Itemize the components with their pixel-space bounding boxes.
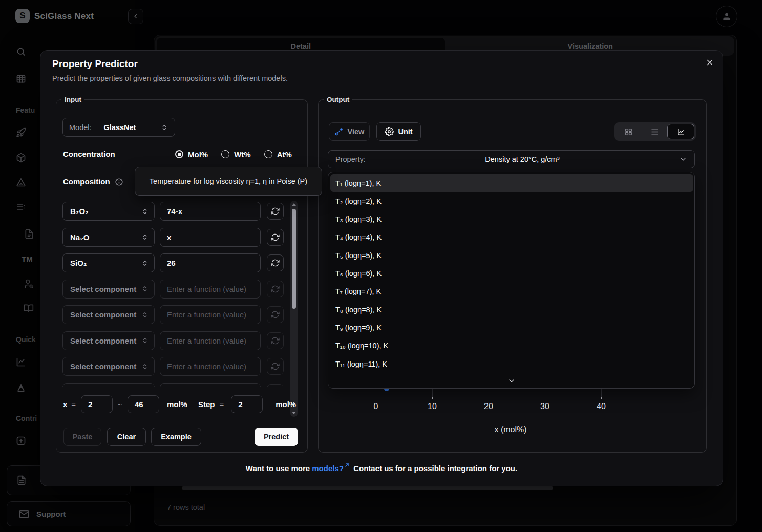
- component-value-input[interactable]: Enter a function (value): [160, 331, 261, 350]
- app-root: S SciGlass Next Featu TM Quick Contri Su…: [0, 0, 762, 532]
- radio-circle[interactable]: [221, 150, 229, 158]
- x-var-label: x: [63, 400, 67, 409]
- property-option[interactable]: T₄ (logη=4), K: [330, 228, 693, 246]
- input-group: Input Model: GlassNet Concentration Mol%…: [56, 96, 308, 453]
- component-select[interactable]: Select component: [62, 357, 155, 376]
- composition-row: Select componentEnter a function (value): [62, 331, 284, 350]
- component-value-input[interactable]: Enter a function (value): [160, 383, 261, 387]
- concentration-label: Concentration: [63, 150, 115, 158]
- component-value-input[interactable]: 74-x: [160, 202, 261, 221]
- property-option[interactable]: T₉ (logη=9), K: [330, 318, 693, 336]
- property-option[interactable]: T₅ (logη=5), K: [330, 246, 693, 264]
- grid-view-toggle[interactable]: [616, 124, 642, 139]
- composition-row: B₂O₂74-x: [62, 202, 284, 221]
- property-value: Density at 20°C, g/cm³: [366, 155, 679, 163]
- example-button[interactable]: Example: [151, 428, 201, 446]
- component-select[interactable]: B₂O₂: [62, 202, 155, 221]
- component-select[interactable]: Select component: [62, 331, 155, 350]
- refresh-button[interactable]: [267, 306, 284, 323]
- refresh-button[interactable]: [267, 203, 284, 220]
- refresh-button[interactable]: [267, 254, 284, 271]
- component-select[interactable]: Select component: [62, 383, 155, 387]
- radio-label: Wt%: [234, 150, 251, 159]
- refresh-button[interactable]: [267, 384, 284, 387]
- rows-icon: [650, 127, 659, 136]
- modal-footer: Want to use more models? Contact us for …: [40, 462, 723, 473]
- refresh-icon: [271, 233, 280, 242]
- refresh-icon: [271, 259, 280, 267]
- list-view-toggle[interactable]: [642, 124, 668, 139]
- component-select[interactable]: Select component: [62, 305, 155, 324]
- unit-button[interactable]: Unit: [376, 122, 421, 141]
- radio-circle[interactable]: [175, 150, 183, 158]
- component-value-input[interactable]: x: [160, 228, 261, 247]
- composition-tooltip: Temperature for log viscosity η=1, η in …: [135, 167, 322, 196]
- refresh-button[interactable]: [267, 358, 284, 375]
- property-option[interactable]: T₁₁ (logη=11), K: [330, 355, 693, 373]
- model-label: Model:: [69, 123, 92, 132]
- scrollbar-thumb[interactable]: [292, 209, 296, 309]
- property-option[interactable]: T₇ (logη=7), K: [330, 283, 693, 301]
- chart-tick-label: 0: [366, 402, 386, 411]
- paste-button[interactable]: Paste: [64, 428, 101, 446]
- radio-at[interactable]: At%: [264, 150, 292, 159]
- composition-rows: B₂O₂74-xNa₂OxSiO₂26Select componentEnter…: [62, 201, 284, 387]
- component-select[interactable]: SiO₂: [62, 253, 155, 272]
- step-input[interactable]: 2: [231, 395, 263, 413]
- scroll-up-arrow[interactable]: [292, 203, 296, 206]
- x-from-input[interactable]: 2: [81, 395, 113, 413]
- component-name: B₂O₂: [70, 207, 141, 216]
- chart-view-toggle[interactable]: [667, 124, 694, 139]
- chevrons-up-down-icon: [141, 207, 149, 216]
- refresh-icon: [271, 362, 280, 371]
- property-predictor-modal: Property Predictor Predict the propertie…: [40, 50, 723, 486]
- dropdown-more-chevron-icon[interactable]: [506, 377, 517, 385]
- property-option[interactable]: T₆ (logη=6), K: [330, 265, 693, 283]
- component-value-input[interactable]: Enter a function (value): [160, 357, 261, 376]
- chevrons-up-down-icon: [141, 336, 149, 345]
- property-option[interactable]: T₁₀ (logη=10), K: [330, 337, 693, 355]
- property-select[interactable]: Property: Density at 20°C, g/cm³: [328, 150, 695, 168]
- property-option[interactable]: T₈ (logη=8), K: [330, 301, 693, 318]
- radio-mol[interactable]: Mol%: [175, 150, 208, 159]
- unit-button-label: Unit: [398, 127, 412, 136]
- refresh-icon: [271, 207, 280, 216]
- chevrons-up-down-icon: [160, 123, 168, 132]
- composition-scrollbar[interactable]: [290, 201, 298, 417]
- clear-button[interactable]: Clear: [107, 428, 146, 446]
- radio-wt[interactable]: Wt%: [221, 150, 251, 159]
- models-link[interactable]: models?: [312, 464, 344, 473]
- composition-row: Na₂Ox: [62, 228, 284, 247]
- component-name: Select component: [70, 336, 141, 345]
- model-select[interactable]: Model: GlassNet: [62, 118, 175, 137]
- refresh-button[interactable]: [267, 281, 284, 297]
- output-legend: Output: [324, 96, 352, 103]
- refresh-button[interactable]: [267, 229, 284, 246]
- chevrons-up-down-icon: [141, 259, 149, 267]
- equals-sign: =: [71, 400, 76, 409]
- external-link-icon: [344, 462, 350, 468]
- property-option[interactable]: T₁ (logη=1), K: [330, 174, 693, 192]
- concentration-radios: Mol%Wt%At%: [175, 148, 292, 160]
- component-value-input[interactable]: 26: [160, 253, 261, 272]
- x-to-input[interactable]: 46: [128, 395, 159, 413]
- close-button[interactable]: [702, 55, 717, 70]
- info-icon[interactable]: [115, 178, 123, 186]
- predict-button[interactable]: Predict: [255, 428, 298, 446]
- component-select[interactable]: Select component: [62, 280, 155, 299]
- unit-label: mol%: [167, 400, 187, 409]
- component-value-input[interactable]: Enter a function (value): [160, 305, 261, 324]
- chart-tick-label: 10: [422, 402, 442, 411]
- property-option[interactable]: T₂ (logη=2), K: [330, 192, 693, 210]
- component-value-input[interactable]: Enter a function (value): [160, 280, 261, 299]
- view-button[interactable]: View: [329, 122, 370, 141]
- component-select[interactable]: Na₂O: [62, 228, 155, 247]
- view-button-label: View: [348, 127, 365, 136]
- step-unit-label: mol%: [276, 400, 296, 409]
- refresh-icon: [271, 285, 280, 293]
- close-icon: [705, 58, 714, 67]
- radio-circle[interactable]: [264, 150, 272, 158]
- refresh-button[interactable]: [267, 332, 284, 349]
- property-option[interactable]: T₃ (logη=3), K: [330, 210, 693, 228]
- chevrons-up-down-icon: [141, 233, 149, 241]
